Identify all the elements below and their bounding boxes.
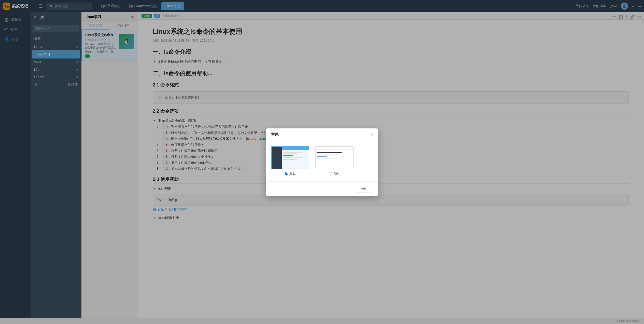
- theme-simple-label[interactable]: 简约: [329, 172, 340, 176]
- theme-simple-radio[interactable]: [329, 172, 332, 175]
- theme-modal: 主题 ×: [266, 128, 378, 196]
- annotation-arrow: [0, 0, 76, 38]
- modal-close-btn[interactable]: 关闭: [356, 185, 373, 193]
- theme-preview-default: [271, 146, 309, 169]
- modal-overlay[interactable]: 主题 ×: [0, 0, 644, 324]
- theme-option-default[interactable]: 默认: [271, 146, 309, 176]
- modal-body: 默认 简: [266, 141, 378, 181]
- modal-footer: 关闭: [266, 181, 378, 196]
- theme-option-simple[interactable]: 简约: [315, 146, 354, 176]
- theme-default-radio[interactable]: [285, 172, 288, 175]
- theme-options: 默认 简: [271, 146, 373, 176]
- theme-default-label[interactable]: 默认: [285, 172, 296, 176]
- modal-title: 主题: [271, 132, 279, 137]
- modal-close-button[interactable]: ×: [370, 132, 373, 137]
- theme-preview-simple: [315, 146, 354, 169]
- modal-header: 主题 ×: [266, 128, 378, 141]
